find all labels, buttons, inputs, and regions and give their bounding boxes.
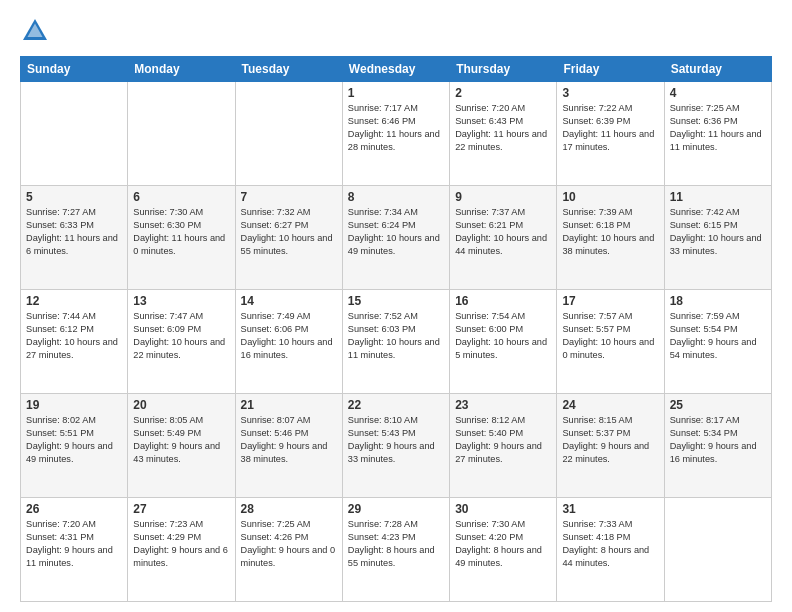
- day-info: Sunrise: 7:44 AM Sunset: 6:12 PM Dayligh…: [26, 310, 122, 362]
- day-info: Sunrise: 8:05 AM Sunset: 5:49 PM Dayligh…: [133, 414, 229, 466]
- weekday-monday: Monday: [128, 57, 235, 82]
- day-cell: 11 Sunrise: 7:42 AM Sunset: 6:15 PM Dayl…: [664, 186, 771, 290]
- day-cell: 18 Sunrise: 7:59 AM Sunset: 5:54 PM Dayl…: [664, 290, 771, 394]
- day-cell: 13 Sunrise: 7:47 AM Sunset: 6:09 PM Dayl…: [128, 290, 235, 394]
- day-info: Sunrise: 7:39 AM Sunset: 6:18 PM Dayligh…: [562, 206, 658, 258]
- day-info: Sunrise: 7:33 AM Sunset: 4:18 PM Dayligh…: [562, 518, 658, 570]
- svg-rect-2: [26, 37, 44, 40]
- day-number: 7: [241, 190, 337, 204]
- day-info: Sunrise: 7:22 AM Sunset: 6:39 PM Dayligh…: [562, 102, 658, 154]
- weekday-friday: Friday: [557, 57, 664, 82]
- day-cell: 22 Sunrise: 8:10 AM Sunset: 5:43 PM Dayl…: [342, 394, 449, 498]
- day-cell: 2 Sunrise: 7:20 AM Sunset: 6:43 PM Dayli…: [450, 82, 557, 186]
- day-info: Sunrise: 7:30 AM Sunset: 4:20 PM Dayligh…: [455, 518, 551, 570]
- weekday-sunday: Sunday: [21, 57, 128, 82]
- weekday-header-row: SundayMondayTuesdayWednesdayThursdayFrid…: [21, 57, 772, 82]
- day-cell: 28 Sunrise: 7:25 AM Sunset: 4:26 PM Dayl…: [235, 498, 342, 602]
- day-number: 31: [562, 502, 658, 516]
- day-cell: 26 Sunrise: 7:20 AM Sunset: 4:31 PM Dayl…: [21, 498, 128, 602]
- day-number: 22: [348, 398, 444, 412]
- day-number: 23: [455, 398, 551, 412]
- week-row-5: 26 Sunrise: 7:20 AM Sunset: 4:31 PM Dayl…: [21, 498, 772, 602]
- day-number: 10: [562, 190, 658, 204]
- day-info: Sunrise: 7:28 AM Sunset: 4:23 PM Dayligh…: [348, 518, 444, 570]
- day-info: Sunrise: 7:59 AM Sunset: 5:54 PM Dayligh…: [670, 310, 766, 362]
- day-cell: 1 Sunrise: 7:17 AM Sunset: 6:46 PM Dayli…: [342, 82, 449, 186]
- day-number: 17: [562, 294, 658, 308]
- day-cell: 12 Sunrise: 7:44 AM Sunset: 6:12 PM Dayl…: [21, 290, 128, 394]
- day-info: Sunrise: 7:54 AM Sunset: 6:00 PM Dayligh…: [455, 310, 551, 362]
- day-info: Sunrise: 7:20 AM Sunset: 4:31 PM Dayligh…: [26, 518, 122, 570]
- day-number: 16: [455, 294, 551, 308]
- day-cell: 29 Sunrise: 7:28 AM Sunset: 4:23 PM Dayl…: [342, 498, 449, 602]
- day-number: 8: [348, 190, 444, 204]
- day-cell: [235, 82, 342, 186]
- header: [20, 16, 772, 46]
- day-cell: 15 Sunrise: 7:52 AM Sunset: 6:03 PM Dayl…: [342, 290, 449, 394]
- day-info: Sunrise: 7:20 AM Sunset: 6:43 PM Dayligh…: [455, 102, 551, 154]
- day-cell: [664, 498, 771, 602]
- day-cell: 16 Sunrise: 7:54 AM Sunset: 6:00 PM Dayl…: [450, 290, 557, 394]
- day-number: 27: [133, 502, 229, 516]
- day-info: Sunrise: 7:57 AM Sunset: 5:57 PM Dayligh…: [562, 310, 658, 362]
- day-number: 2: [455, 86, 551, 100]
- weekday-thursday: Thursday: [450, 57, 557, 82]
- week-row-2: 5 Sunrise: 7:27 AM Sunset: 6:33 PM Dayli…: [21, 186, 772, 290]
- day-number: 5: [26, 190, 122, 204]
- day-cell: 10 Sunrise: 7:39 AM Sunset: 6:18 PM Dayl…: [557, 186, 664, 290]
- weekday-wednesday: Wednesday: [342, 57, 449, 82]
- day-cell: [21, 82, 128, 186]
- day-info: Sunrise: 7:42 AM Sunset: 6:15 PM Dayligh…: [670, 206, 766, 258]
- day-info: Sunrise: 8:15 AM Sunset: 5:37 PM Dayligh…: [562, 414, 658, 466]
- day-info: Sunrise: 7:34 AM Sunset: 6:24 PM Dayligh…: [348, 206, 444, 258]
- logo-icon: [20, 16, 50, 46]
- day-info: Sunrise: 7:23 AM Sunset: 4:29 PM Dayligh…: [133, 518, 229, 570]
- day-cell: 31 Sunrise: 7:33 AM Sunset: 4:18 PM Dayl…: [557, 498, 664, 602]
- day-cell: 7 Sunrise: 7:32 AM Sunset: 6:27 PM Dayli…: [235, 186, 342, 290]
- day-cell: 17 Sunrise: 7:57 AM Sunset: 5:57 PM Dayl…: [557, 290, 664, 394]
- day-cell: 30 Sunrise: 7:30 AM Sunset: 4:20 PM Dayl…: [450, 498, 557, 602]
- day-cell: 14 Sunrise: 7:49 AM Sunset: 6:06 PM Dayl…: [235, 290, 342, 394]
- day-number: 28: [241, 502, 337, 516]
- day-info: Sunrise: 8:12 AM Sunset: 5:40 PM Dayligh…: [455, 414, 551, 466]
- day-cell: 4 Sunrise: 7:25 AM Sunset: 6:36 PM Dayli…: [664, 82, 771, 186]
- day-number: 1: [348, 86, 444, 100]
- day-info: Sunrise: 7:47 AM Sunset: 6:09 PM Dayligh…: [133, 310, 229, 362]
- logo: [20, 16, 54, 46]
- day-cell: [128, 82, 235, 186]
- day-number: 25: [670, 398, 766, 412]
- day-info: Sunrise: 7:27 AM Sunset: 6:33 PM Dayligh…: [26, 206, 122, 258]
- day-cell: 24 Sunrise: 8:15 AM Sunset: 5:37 PM Dayl…: [557, 394, 664, 498]
- day-number: 13: [133, 294, 229, 308]
- day-number: 29: [348, 502, 444, 516]
- day-number: 6: [133, 190, 229, 204]
- day-cell: 20 Sunrise: 8:05 AM Sunset: 5:49 PM Dayl…: [128, 394, 235, 498]
- week-row-4: 19 Sunrise: 8:02 AM Sunset: 5:51 PM Dayl…: [21, 394, 772, 498]
- day-info: Sunrise: 8:02 AM Sunset: 5:51 PM Dayligh…: [26, 414, 122, 466]
- day-number: 3: [562, 86, 658, 100]
- day-cell: 8 Sunrise: 7:34 AM Sunset: 6:24 PM Dayli…: [342, 186, 449, 290]
- day-number: 14: [241, 294, 337, 308]
- day-number: 24: [562, 398, 658, 412]
- week-row-3: 12 Sunrise: 7:44 AM Sunset: 6:12 PM Dayl…: [21, 290, 772, 394]
- day-cell: 21 Sunrise: 8:07 AM Sunset: 5:46 PM Dayl…: [235, 394, 342, 498]
- page: SundayMondayTuesdayWednesdayThursdayFrid…: [0, 0, 792, 612]
- day-number: 9: [455, 190, 551, 204]
- calendar-table: SundayMondayTuesdayWednesdayThursdayFrid…: [20, 56, 772, 602]
- day-number: 19: [26, 398, 122, 412]
- day-cell: 6 Sunrise: 7:30 AM Sunset: 6:30 PM Dayli…: [128, 186, 235, 290]
- day-cell: 9 Sunrise: 7:37 AM Sunset: 6:21 PM Dayli…: [450, 186, 557, 290]
- week-row-1: 1 Sunrise: 7:17 AM Sunset: 6:46 PM Dayli…: [21, 82, 772, 186]
- day-cell: 23 Sunrise: 8:12 AM Sunset: 5:40 PM Dayl…: [450, 394, 557, 498]
- day-cell: 27 Sunrise: 7:23 AM Sunset: 4:29 PM Dayl…: [128, 498, 235, 602]
- day-number: 21: [241, 398, 337, 412]
- day-info: Sunrise: 8:07 AM Sunset: 5:46 PM Dayligh…: [241, 414, 337, 466]
- day-info: Sunrise: 7:25 AM Sunset: 6:36 PM Dayligh…: [670, 102, 766, 154]
- day-number: 11: [670, 190, 766, 204]
- day-info: Sunrise: 7:25 AM Sunset: 4:26 PM Dayligh…: [241, 518, 337, 570]
- day-cell: 25 Sunrise: 8:17 AM Sunset: 5:34 PM Dayl…: [664, 394, 771, 498]
- day-info: Sunrise: 7:17 AM Sunset: 6:46 PM Dayligh…: [348, 102, 444, 154]
- day-info: Sunrise: 8:17 AM Sunset: 5:34 PM Dayligh…: [670, 414, 766, 466]
- day-number: 15: [348, 294, 444, 308]
- weekday-tuesday: Tuesday: [235, 57, 342, 82]
